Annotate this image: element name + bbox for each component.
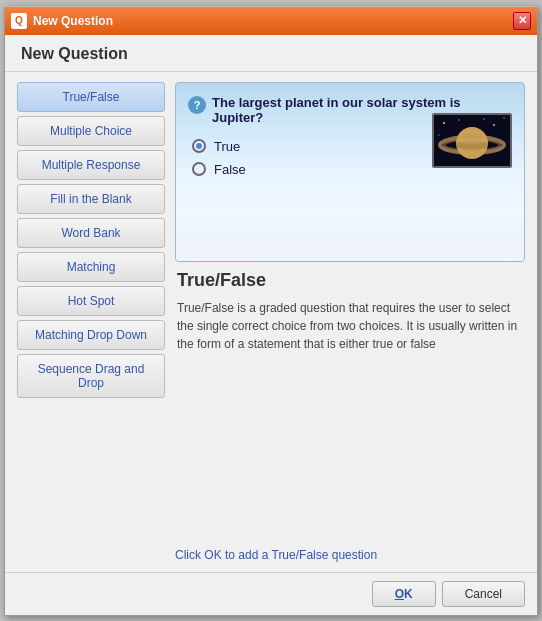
description-area: True/False True/False is a graded questi… [175,270,525,548]
sidebar-item-multiple-response[interactable]: Multiple Response [17,150,165,180]
description-wrapper: True/False True/False is a graded questi… [175,270,525,562]
sidebar-item-sequence-drag-and-drop[interactable]: Sequence Drag and Drop [17,354,165,398]
svg-point-4 [503,117,505,119]
question-icon: ? [188,96,206,114]
description-title: True/False [177,270,523,291]
svg-point-12 [460,135,484,139]
preview-image [432,113,512,168]
window-title: New Question [33,14,113,28]
preview-box: ? The largest planet in our solar system… [175,82,525,262]
radio-false-label: False [214,162,246,177]
clouds-decoration [176,221,524,261]
content-area: True/False Multiple Choice Multiple Resp… [5,72,537,572]
radio-false-circle[interactable] [192,162,206,176]
svg-point-1 [443,122,445,124]
ok-label-underline: O [395,587,404,601]
radio-true-circle[interactable] [192,139,206,153]
svg-point-2 [458,119,460,121]
footer: OK Cancel [5,572,537,615]
title-bar: Q New Question ✕ [5,7,537,35]
close-button[interactable]: ✕ [513,12,531,30]
radio-true-label: True [214,139,240,154]
svg-point-6 [483,118,484,119]
title-bar-left: Q New Question [11,13,113,29]
dialog-title: New Question [21,45,521,63]
planet-image [434,115,510,166]
radio-true-dot [196,143,202,149]
sidebar-item-fill-in-the-blank[interactable]: Fill in the Blank [17,184,165,214]
sidebar-item-matching[interactable]: Matching [17,252,165,282]
sidebar-item-hot-spot[interactable]: Hot Spot [17,286,165,316]
sidebar-item-word-bank[interactable]: Word Bank [17,218,165,248]
sidebar-item-multiple-choice[interactable]: Multiple Choice [17,116,165,146]
svg-point-5 [438,134,439,135]
description-body: True/False is a graded question that req… [177,299,523,353]
ok-label-rest: K [404,587,413,601]
sidebar-item-true-false[interactable]: True/False [17,82,165,112]
sidebar: True/False Multiple Choice Multiple Resp… [17,82,165,562]
window-icon: Q [11,13,27,29]
main-window: Q New Question ✕ New Question True/False… [4,6,538,616]
svg-point-3 [493,124,495,126]
window-header: New Question [5,35,537,72]
ok-button[interactable]: OK [372,581,436,607]
sidebar-item-matching-drop-down[interactable]: Matching Drop Down [17,320,165,350]
cancel-button[interactable]: Cancel [442,581,525,607]
description-footer: Click OK to add a True/False question [175,548,525,562]
main-content: ? The largest planet in our solar system… [175,82,525,562]
